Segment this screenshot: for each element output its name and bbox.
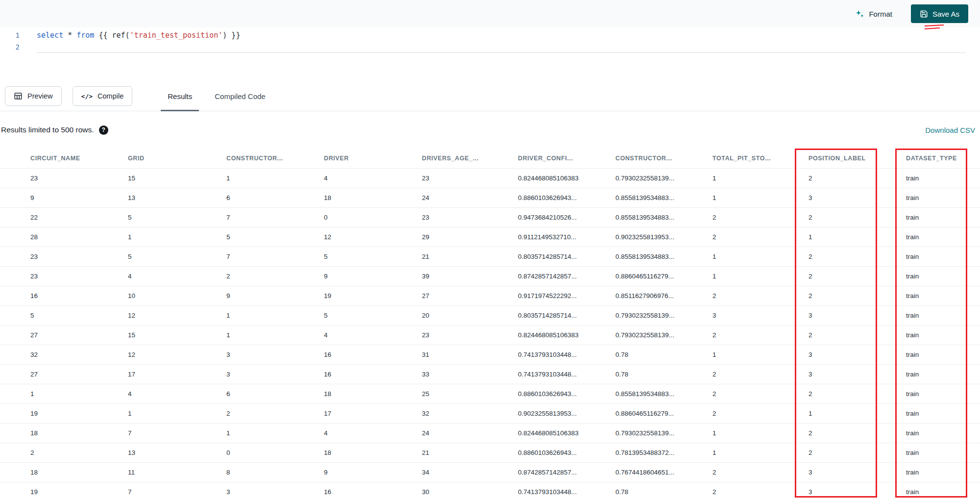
table-row: 213018210.8860103626943...0.781395348837…	[0, 443, 980, 462]
table-cell: 18	[294, 384, 392, 403]
table-cell: 13	[98, 188, 196, 207]
table-cell: train	[876, 364, 980, 384]
code-line-content	[37, 41, 965, 53]
column-header: DRIVER	[294, 149, 392, 168]
table-row: 23575210.8035714285714...0.8558139534883…	[0, 247, 980, 266]
results-info-bar: Results limited to 500 rows. ? Download …	[0, 111, 980, 149]
table-cell: 3	[196, 482, 294, 500]
table-cell: 0.8558139534883...	[585, 188, 682, 207]
table-cell: 24	[392, 188, 488, 207]
table-cell: 2	[778, 423, 876, 443]
format-button-label: Format	[869, 10, 892, 18]
table-cell: 0.9023255813953...	[488, 403, 585, 423]
table-cell: 18	[294, 443, 392, 462]
results-tabs: Results Compiled Code	[161, 81, 281, 111]
line-number: 1	[0, 31, 20, 39]
table-cell: 9	[196, 286, 294, 305]
table-cell: 0.7674418604651...	[585, 462, 682, 482]
table-cell: 2	[196, 266, 294, 286]
table-cell: 23	[0, 266, 98, 286]
code-icon: </>	[81, 93, 93, 100]
table-cell: train	[876, 188, 980, 207]
table-cell: 19	[0, 403, 98, 423]
download-csv-link[interactable]: Download CSV	[925, 126, 975, 134]
table-cell: 0.9171974522292...	[488, 286, 585, 305]
table-cell: 0.7413793103448...	[488, 364, 585, 384]
table-cell: 1	[196, 168, 294, 188]
table-cell: 5	[196, 227, 294, 247]
table-cell: 5	[294, 305, 392, 325]
table-cell: 1	[682, 443, 778, 462]
table-cell: 23	[0, 247, 98, 266]
table-cell: 2	[778, 443, 876, 462]
table-cell: 2	[778, 207, 876, 227]
table-cell: 0.78	[585, 364, 682, 384]
table-grid-icon	[14, 92, 23, 100]
code-token: *	[63, 31, 76, 40]
results-table: CIRCUIT_NAMEGRIDCONSTRUCTOR...DRIVERDRIV…	[0, 149, 980, 500]
table-cell: 18	[0, 462, 98, 482]
table-cell: 32	[0, 345, 98, 364]
table-cell: 27	[392, 286, 488, 305]
table-row: 271514230.8244680851063830.7930232558139…	[0, 325, 980, 345]
table-cell: 39	[392, 266, 488, 286]
table-cell: 25	[392, 384, 488, 403]
save-as-button[interactable]: Save As	[911, 4, 968, 23]
table-row: 281512290.9112149532710...0.902325581395…	[0, 227, 980, 247]
table-cell: 4	[98, 266, 196, 286]
table-row: 181189340.8742857142857...0.767441860465…	[0, 462, 980, 482]
preview-button[interactable]: Preview	[5, 86, 62, 106]
tab-compiled-code[interactable]: Compiled Code	[208, 81, 272, 111]
table-cell: 0	[294, 207, 392, 227]
table-cell: 2	[778, 266, 876, 286]
table-cell: 17	[294, 403, 392, 423]
table-cell: 23	[392, 207, 488, 227]
table-cell: train	[876, 443, 980, 462]
sql-editor[interactable]: 1 select * from {{ ref('train_test_posit…	[0, 27, 980, 81]
table-cell: 7	[98, 423, 196, 443]
format-button[interactable]: Format	[855, 9, 892, 19]
table-cell: 0.824468085106383	[488, 325, 585, 345]
table-cell: 15	[98, 168, 196, 188]
code-line[interactable]: 2	[0, 41, 980, 53]
code-line[interactable]: 1 select * from {{ ref('train_test_posit…	[0, 29, 980, 41]
table-cell: 3	[778, 305, 876, 325]
table-cell: 8	[196, 462, 294, 482]
code-token: ) }}	[222, 31, 240, 40]
table-cell: 1	[682, 168, 778, 188]
table-cell: 34	[392, 462, 488, 482]
code-token: ref(	[112, 31, 130, 40]
table-cell: 3	[196, 364, 294, 384]
table-cell: 1	[0, 384, 98, 403]
code-token: from	[76, 31, 94, 40]
table-cell: 1	[778, 227, 876, 247]
table-cell: 7	[196, 207, 294, 227]
table-cell: 12	[98, 305, 196, 325]
column-header: DRIVERS_AGE_...	[392, 149, 488, 168]
table-cell: 23	[0, 168, 98, 188]
table-cell: 0.9473684210526...	[488, 207, 585, 227]
table-cell: 18	[294, 188, 392, 207]
table-row: 51215200.8035714285714...0.7930232558139…	[0, 305, 980, 325]
help-icon[interactable]: ?	[99, 125, 108, 135]
table-cell: 30	[392, 482, 488, 500]
table-cell: 2	[682, 403, 778, 423]
table-cell: 0.7813953488372...	[585, 443, 682, 462]
table-cell: 3	[682, 305, 778, 325]
table-cell: 0.78	[585, 345, 682, 364]
table-row: 23429390.8742857142857...0.8860465116279…	[0, 266, 980, 286]
tab-results[interactable]: Results	[161, 81, 199, 111]
table-header-row: CIRCUIT_NAMEGRIDCONSTRUCTOR...DRIVERDRIV…	[0, 149, 980, 168]
table-cell: 3	[778, 345, 876, 364]
column-header: CONSTRUCTOR...	[585, 149, 682, 168]
table-cell: 0.8558139534883...	[585, 207, 682, 227]
table-cell: 1	[196, 325, 294, 345]
table-row: 2717316330.7413793103448...0.7823train	[0, 364, 980, 384]
table-cell: 1	[682, 266, 778, 286]
compile-button[interactable]: </> Compile	[73, 86, 133, 106]
table-cell: 0	[196, 443, 294, 462]
preview-button-label: Preview	[27, 92, 53, 100]
table-cell: 0.9023255813953...	[585, 227, 682, 247]
table-cell: 1	[196, 305, 294, 325]
table-cell: 5	[98, 207, 196, 227]
